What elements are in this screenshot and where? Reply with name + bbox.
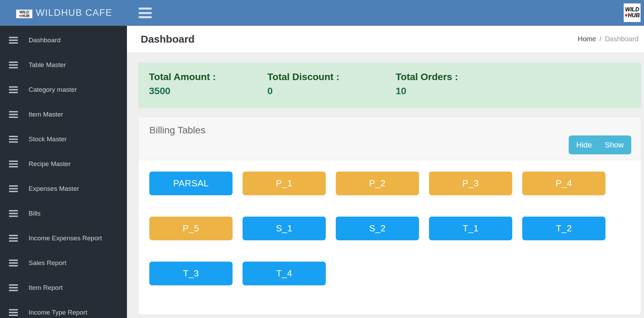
corner-logo-line1: WILD: [625, 7, 639, 13]
corner-logo-line2: ♥HUB: [624, 13, 640, 19]
list-icon: [9, 260, 18, 266]
sidebar-item-dashboard[interactable]: Dashboard: [0, 28, 127, 53]
sidebar-item-expenses-master[interactable]: Expenses Master: [0, 176, 127, 201]
heart-icon: ♥: [624, 12, 628, 18]
table-button-parsal[interactable]: PARSAL: [149, 172, 233, 195]
table-button-s_2[interactable]: S_2: [336, 217, 419, 240]
sidebar-item-label: Dashboard: [29, 36, 61, 44]
brand-logo: WILD ♥HUB: [16, 10, 32, 18]
table-button-p_4[interactable]: P_4: [522, 172, 605, 195]
hamburger-icon[interactable]: [139, 8, 152, 18]
billing-card-body: PARSAL P_1 P_2 P_3 P_4 P_5 S_1 S_2 T_1 T…: [138, 160, 641, 285]
list-icon: [9, 111, 18, 118]
table-button-p_2[interactable]: P_2: [336, 172, 419, 195]
page-header: Dashboard Home / Dashboard: [127, 26, 644, 52]
brand-title: WILDHUB CAFE: [36, 0, 112, 26]
list-icon: [9, 185, 18, 192]
breadcrumb: Home / Dashboard: [578, 35, 638, 43]
breadcrumb-current: Dashboard: [605, 35, 638, 43]
list-icon: [9, 161, 18, 167]
table-button-t_4[interactable]: T_4: [243, 262, 326, 285]
show-button[interactable]: Show: [605, 141, 624, 150]
list-icon: [9, 86, 18, 93]
table-button-t_3[interactable]: T_3: [149, 262, 233, 285]
sidebar-item-stock-master[interactable]: Stock Master: [0, 127, 127, 152]
sidebar-item-label: Stock Master: [29, 135, 67, 143]
sidebar-item-label: Table Master: [29, 61, 66, 69]
sidebar-item-label: Expenses Master: [29, 185, 79, 193]
sidebar-item-table-master[interactable]: Table Master: [0, 53, 127, 77]
sidebar-item-bills[interactable]: Bills: [0, 201, 127, 226]
table-button-p_3[interactable]: P_3: [429, 172, 512, 195]
sidebar-item-income-expenses-report[interactable]: Income Expenses Report: [0, 226, 127, 251]
list-icon: [9, 37, 18, 44]
list-icon: [9, 62, 18, 68]
list-icon: [9, 210, 18, 217]
table-button-p_1[interactable]: P_1: [243, 172, 326, 195]
sidebar-item-label: Income Type Report: [29, 309, 87, 316]
tables-grid: PARSAL P_1 P_2 P_3 P_4 P_5 S_1 S_2 T_1 T…: [149, 172, 641, 285]
billing-tables-card: Billing Tables Hide Show PARSAL P_1 P_2 …: [138, 117, 641, 315]
totals-summary-panel: Total Amount : 3500 Total Discount : 0 T…: [138, 63, 641, 108]
billing-card-title: Billing Tables: [149, 125, 205, 136]
summary-stat: Total Amount : 3500: [149, 72, 267, 99]
sidebar-item-label: Bills: [29, 210, 41, 217]
sidebar-item-label: Income Expenses Report: [29, 234, 102, 242]
sidebar-item-label: Recipe Master: [29, 160, 71, 168]
summary-stat-value: 10: [396, 86, 630, 97]
top-header: WILD ♥HUB WILDHUB CAFE WILD ♥HUB: [0, 0, 644, 26]
breadcrumb-home-link[interactable]: Home: [578, 35, 596, 43]
sidebar-item-category-master[interactable]: Category master: [0, 77, 127, 102]
summary-stat-label: Total Orders :: [396, 72, 630, 83]
table-button-t_2[interactable]: T_2: [522, 217, 605, 240]
summary-stat-value: 0: [267, 86, 396, 97]
sidebar-item-sales-report[interactable]: Sales Report: [0, 251, 127, 275]
breadcrumb-separator: /: [600, 35, 602, 43]
list-icon: [9, 235, 18, 242]
list-icon: [9, 284, 18, 291]
main-content: Dashboard Home / Dashboard Total Amount …: [127, 26, 644, 318]
sidebar-item-item-master[interactable]: Item Master: [0, 102, 127, 127]
hide-button[interactable]: Hide: [576, 141, 592, 150]
dashboard-body: Total Amount : 3500 Total Discount : 0 T…: [127, 52, 644, 315]
sidebar-item-label: Item Master: [29, 111, 63, 118]
table-button-p_5[interactable]: P_5: [149, 217, 233, 240]
hide-show-toggle: Hide Show: [569, 135, 631, 154]
list-icon: [9, 309, 18, 316]
brand-logo-line2: ♥HUB: [19, 14, 29, 18]
summary-stat-label: Total Amount :: [149, 72, 267, 83]
page-title: Dashboard: [141, 33, 195, 45]
table-button-s_1[interactable]: S_1: [243, 217, 326, 240]
summary-stat-value: 3500: [149, 86, 267, 97]
corner-logo: WILD ♥HUB: [624, 3, 641, 22]
table-button-t_1[interactable]: T_1: [429, 217, 512, 240]
sidebar-item-label: Category master: [29, 86, 77, 94]
sidebar: Dashboard Table Master Category master I…: [0, 26, 127, 318]
summary-stat: Total Discount : 0: [267, 72, 396, 99]
sidebar-item-label: Sales Report: [29, 259, 66, 267]
sidebar-item-recipe-master[interactable]: Recipe Master: [0, 152, 127, 176]
sidebar-item-income-type-report[interactable]: Income Type Report: [0, 300, 127, 318]
list-icon: [9, 136, 18, 143]
summary-stat: Total Orders : 10: [396, 72, 630, 99]
billing-card-header: Billing Tables Hide Show: [138, 117, 641, 160]
sidebar-item-item-report[interactable]: Item Report: [0, 275, 127, 300]
sidebar-item-label: Item Report: [29, 284, 63, 292]
summary-stat-label: Total Discount :: [267, 72, 396, 83]
